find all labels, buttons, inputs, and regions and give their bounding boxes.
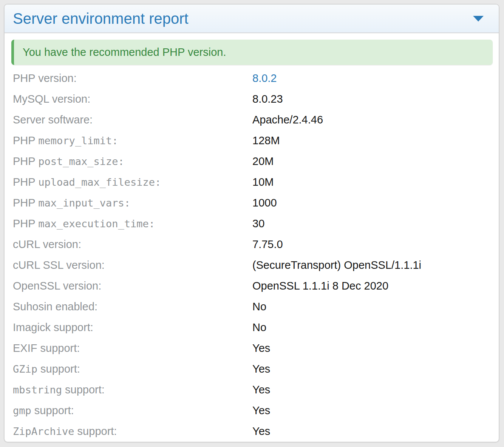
- row-label: Server software:: [13, 114, 252, 126]
- row-value: (SecureTransport) OpenSSL/1.1.1i: [252, 259, 421, 271]
- report-row: Imagick support: No: [5, 317, 499, 338]
- report-row: EXIF support: Yes: [5, 338, 499, 359]
- row-value: Yes: [252, 425, 270, 438]
- report-row: gmp support: Yes: [5, 400, 499, 421]
- row-value: Apache/2.4.46: [252, 114, 323, 126]
- report-rows: PHP version: 8.0.2 MySQL version: 8.0.23…: [5, 68, 499, 442]
- row-value: Yes: [252, 404, 270, 417]
- report-row: cURL version: 7.75.0: [5, 234, 499, 255]
- row-label: PHP memory_limit:: [13, 134, 252, 147]
- row-label: PHP max_execution_time:: [13, 217, 252, 230]
- row-value: No: [252, 301, 266, 313]
- row-label: PHP max_input_vars:: [13, 197, 252, 209]
- row-label: MySQL version:: [13, 93, 252, 105]
- row-value: 1000: [252, 197, 277, 209]
- report-row: ZipArchive support: Yes: [5, 421, 499, 442]
- panel-header-toggle[interactable]: Server environment report: [5, 5, 499, 33]
- row-value: No: [252, 321, 266, 334]
- panel-body: You have the recommended PHP version. PH…: [5, 40, 499, 442]
- alert-message: You have the recommended PHP version.: [23, 46, 226, 59]
- row-value: 7.75.0: [252, 238, 283, 251]
- row-label: cURL version:: [13, 238, 252, 251]
- report-row: PHP max_execution_time: 30: [5, 213, 499, 234]
- row-label: gmp support:: [13, 404, 252, 417]
- row-value: Yes: [252, 342, 270, 355]
- server-environment-panel: Server environment report You have the r…: [4, 4, 499, 442]
- row-label: cURL SSL version:: [13, 259, 252, 271]
- report-row: PHP upload_max_filesize: 10M: [5, 172, 499, 193]
- row-value: 10M: [252, 176, 274, 188]
- report-row: GZip support: Yes: [5, 359, 499, 379]
- row-value: Yes: [252, 384, 270, 396]
- panel-title: Server environment report: [13, 10, 189, 27]
- report-row: mbstring support: Yes: [5, 379, 499, 400]
- report-row: Server software: Apache/2.4.46: [5, 109, 499, 130]
- report-row: PHP post_max_size: 20M: [5, 151, 499, 172]
- row-label: ZipArchive support:: [13, 425, 252, 438]
- row-label: EXIF support:: [13, 342, 252, 355]
- row-label: Suhosin enabled:: [13, 301, 252, 313]
- php-version-link[interactable]: 8.0.2: [252, 72, 277, 85]
- report-row: PHP max_input_vars: 1000: [5, 193, 499, 213]
- row-label: mbstring support:: [13, 384, 252, 396]
- row-value: Yes: [252, 363, 270, 375]
- report-row: cURL SSL version: (SecureTransport) Open…: [5, 255, 499, 276]
- report-row: PHP version: 8.0.2: [5, 68, 499, 89]
- row-value: 30: [252, 217, 264, 230]
- row-value: OpenSSL 1.1.1i 8 Dec 2020: [252, 280, 388, 292]
- report-row: PHP memory_limit: 128M: [5, 130, 499, 151]
- row-label: OpenSSL version:: [13, 280, 252, 292]
- row-label: Imagick support:: [13, 321, 252, 334]
- report-row: OpenSSL version: OpenSSL 1.1.1i 8 Dec 20…: [5, 276, 499, 296]
- php-version-success-alert: You have the recommended PHP version.: [11, 40, 493, 65]
- row-label: GZip support:: [13, 363, 252, 375]
- chevron-down-icon[interactable]: [473, 16, 484, 22]
- row-label: PHP version:: [13, 72, 252, 85]
- row-label: PHP upload_max_filesize:: [13, 176, 252, 188]
- report-row: MySQL version: 8.0.23: [5, 89, 499, 109]
- report-row: Suhosin enabled: No: [5, 296, 499, 317]
- row-label: PHP post_max_size:: [13, 155, 252, 168]
- row-value: 128M: [252, 134, 280, 147]
- row-value: 8.0.23: [252, 93, 283, 105]
- row-value: 20M: [252, 155, 274, 168]
